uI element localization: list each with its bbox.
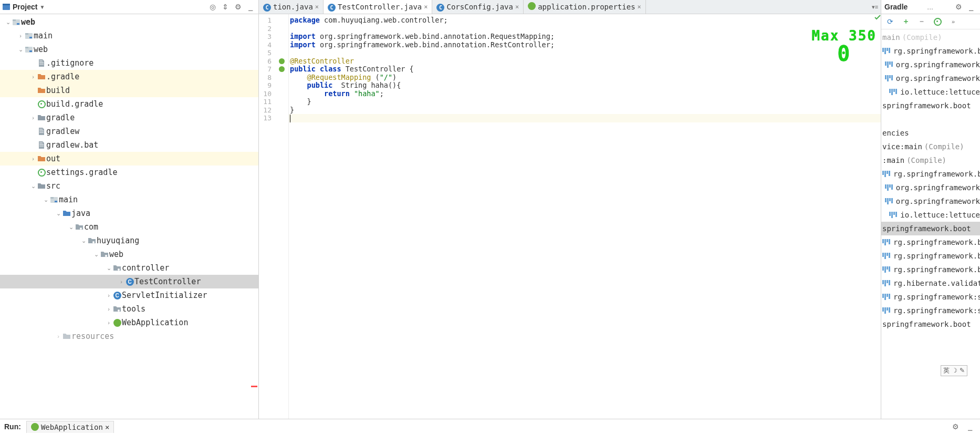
tree-arrow-icon[interactable]: › <box>105 319 112 326</box>
tree-row[interactable]: ›gradle <box>0 111 258 125</box>
tree-arrow-icon[interactable]: › <box>29 156 37 162</box>
tree-arrow-icon[interactable]: › <box>29 74 37 80</box>
tree-row[interactable]: ⌄huyuqiang <box>0 234 258 247</box>
run-config-tab[interactable]: WebApplication × <box>26 421 114 433</box>
gradle-tree-row[interactable]: springframework.boot <box>881 222 980 235</box>
tree-row[interactable]: ⌄src <box>0 179 258 193</box>
spring-gutter-icon[interactable] <box>279 66 285 72</box>
tree-arrow-icon[interactable]: › <box>55 333 62 339</box>
tree-row[interactable]: ⌄main <box>0 193 258 206</box>
spring-gutter-icon[interactable] <box>279 58 285 64</box>
tree-arrow-icon[interactable]: ⌄ <box>17 46 24 53</box>
tree-row[interactable]: ⌄controller <box>0 261 258 275</box>
gradle-tree-row[interactable]: springframework.boot <box>881 99 980 112</box>
tree-arrow-icon[interactable]: ⌄ <box>4 19 12 26</box>
gradle-tree[interactable]: main (Compile)rg.springframework.borg.sp… <box>881 29 980 419</box>
gradle-tree-row[interactable]: springframework.boot <box>881 317 980 331</box>
editor-code[interactable]: package com.huyuqiang.web.controller;imp… <box>289 14 881 419</box>
tree-arrow-icon[interactable]: › <box>105 306 112 312</box>
gradle-tree-row[interactable]: vice:main (Compile) <box>881 140 980 153</box>
gear-icon[interactable]: ⚙ <box>232 1 244 13</box>
remove-icon[interactable]: － <box>916 16 927 27</box>
tree-row[interactable]: ⌄web <box>0 247 258 261</box>
tree-row[interactable]: ›CTestController <box>0 275 258 288</box>
hide-icon[interactable]: ⎯ <box>965 1 977 13</box>
tabs-dropdown-icon[interactable]: ▾≡ <box>869 1 881 13</box>
tree-arrow-icon[interactable]: ⌄ <box>29 183 37 190</box>
tree-arrow-icon[interactable]: › <box>29 115 37 121</box>
tree-row[interactable]: ›CServletInitializer <box>0 288 258 302</box>
tree-arrow-icon[interactable]: ⌄ <box>105 265 112 272</box>
gradle-tree-row[interactable]: rg.springframework.b <box>881 235 980 249</box>
library-icon <box>885 198 893 204</box>
tree-row[interactable]: ⌄com <box>0 220 258 234</box>
tree-row[interactable]: ⌄web <box>0 43 258 56</box>
project-tree[interactable]: ⌄web›main⌄web.gitignore›.gradlebuildbuil… <box>0 14 258 419</box>
project-panel-header: Project ▼ ◎ ⇕ ⚙ ⎯ <box>0 0 258 14</box>
tree-arrow-icon[interactable]: › <box>17 33 24 39</box>
editor-tab[interactable]: Ction.java× <box>259 0 324 14</box>
close-icon[interactable]: × <box>424 3 428 11</box>
tree-row[interactable]: ›WebApplication <box>0 316 258 329</box>
tree-arrow-icon[interactable]: ⌄ <box>92 251 100 258</box>
tree-arrow-icon[interactable]: ⌄ <box>55 210 62 217</box>
gear-icon[interactable]: ⚙ <box>953 1 964 13</box>
error-stripe[interactable] <box>874 14 881 419</box>
gradle-tree-row[interactable] <box>881 112 980 126</box>
gradle-tree-row[interactable]: rg.springframework:s <box>881 304 980 317</box>
tree-arrow-icon[interactable]: › <box>118 278 125 285</box>
expand-icon[interactable]: » <box>947 16 959 27</box>
tree-row[interactable]: ›main <box>0 29 258 43</box>
close-icon[interactable]: × <box>315 3 319 11</box>
tree-row[interactable]: build.gradle <box>0 97 258 111</box>
ime-indicator[interactable]: 英☽✎ <box>941 365 967 376</box>
tree-row[interactable]: ›out <box>0 152 258 166</box>
gradle-tree-row[interactable]: :main (Compile) <box>881 153 980 167</box>
tree-arrow-icon[interactable]: ⌄ <box>67 224 75 231</box>
tree-arrow-icon[interactable]: ⌄ <box>80 237 87 244</box>
tree-row[interactable]: .gitignore <box>0 56 258 70</box>
tree-row[interactable]: ›.gradle <box>0 70 258 84</box>
gradle-tree-row[interactable]: io.lettuce:lettuce <box>881 85 980 99</box>
hide-icon[interactable]: ⎯ <box>245 1 256 13</box>
tree-row[interactable]: ⌄web <box>0 15 258 29</box>
tree-arrow-icon[interactable]: ⌄ <box>42 197 49 203</box>
gradle-tree-row[interactable]: main (Compile) <box>881 30 980 44</box>
editor-tab[interactable]: application.properties× <box>524 0 646 14</box>
tree-row[interactable]: build <box>0 84 258 97</box>
gradle-tree-row[interactable]: org.springframework <box>881 71 980 85</box>
tree-arrow-icon[interactable]: › <box>105 292 112 298</box>
project-panel-title[interactable]: Project ▼ <box>2 3 45 11</box>
gradle-tree-row[interactable]: rg.springframework.b <box>881 167 980 181</box>
gradle-tree-row[interactable]: org.springframework <box>881 194 980 208</box>
gradle-tree-row[interactable]: rg.springframework.b <box>881 263 980 276</box>
gradle-exec-icon[interactable] <box>932 16 943 27</box>
gradle-tree-row[interactable]: rg.springframework.b <box>881 249 980 263</box>
tree-row[interactable]: gradlew <box>0 125 258 138</box>
add-icon[interactable]: ＋ <box>900 16 912 27</box>
gradle-tree-row[interactable]: org.springframework <box>881 58 980 71</box>
gradle-panel-title[interactable]: Gradle <box>884 3 908 11</box>
gradle-tree-row[interactable]: rg.springframework.b <box>881 44 980 58</box>
gear-icon[interactable]: ⚙ <box>950 421 961 432</box>
tree-row[interactable]: ›resources <box>0 329 258 343</box>
tree-row[interactable]: settings.gradle <box>0 166 258 179</box>
close-icon[interactable]: × <box>105 423 109 431</box>
gradle-tree-row[interactable]: rg.springframework:s <box>881 290 980 304</box>
expand-all-icon[interactable]: ⇕ <box>220 1 231 13</box>
editor-tab[interactable]: CTestController.java× <box>324 0 432 14</box>
locate-icon[interactable]: ◎ <box>207 1 218 13</box>
refresh-icon[interactable]: ⟳ <box>884 16 896 27</box>
gradle-tree-row[interactable]: org.springframework <box>881 181 980 194</box>
gradle-tree-row[interactable]: encies <box>881 126 980 140</box>
tree-row[interactable]: gradlew.bat <box>0 138 258 152</box>
tree-row[interactable]: ⌄java <box>0 206 258 220</box>
gradle-tree-row[interactable]: rg.hibernate.validat <box>881 276 980 290</box>
close-icon[interactable]: × <box>515 3 519 11</box>
editor-tab[interactable]: CCorsConfig.java× <box>432 0 524 14</box>
tree-row[interactable]: ›tools <box>0 302 258 316</box>
hide-icon[interactable]: ⎯ <box>964 421 976 432</box>
gradle-tree-row[interactable]: io.lettuce:lettuce <box>881 208 980 222</box>
close-icon[interactable]: × <box>638 3 641 11</box>
library-icon <box>882 280 890 286</box>
